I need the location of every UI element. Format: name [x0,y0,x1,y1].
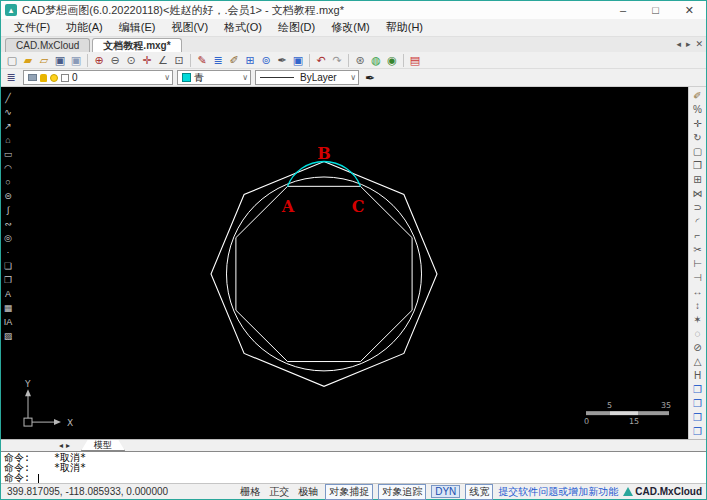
menu-draw[interactable]: 绘图(D) [271,19,322,36]
break-icon[interactable]: ⊣ [693,271,702,285]
globe-icon[interactable]: ◉ [384,53,400,68]
match-properties-icon[interactable]: % [693,103,702,117]
move-icon[interactable]: ✛ [693,117,701,131]
copy-icon[interactable]: ❐ [693,159,702,173]
find-icon[interactable]: ⊚ [258,53,274,68]
menu-edit[interactable]: 编辑(E) [112,19,163,36]
toggle-otrack[interactable]: 对象追踪 [378,484,426,500]
pedit-icon[interactable]: ◌ [695,327,701,341]
circle-entity[interactable] [227,177,422,371]
rectangle-icon[interactable]: ▭ [4,147,13,161]
vertex-label-c[interactable]: C [352,197,365,216]
toggle-ortho[interactable]: 正交 [267,485,291,499]
layer-isolate-icon[interactable]: ❐ [693,425,702,439]
ray-icon[interactable]: ↗ [4,119,12,133]
text-icon[interactable]: A [5,287,11,301]
close-button[interactable]: ✕ [685,4,694,17]
octagon-inner[interactable] [236,186,412,361]
group-icon[interactable]: ⊛ [352,53,368,68]
tab-document[interactable]: 文档教程.mxg* [92,38,181,52]
toggle-polar[interactable]: 极轴 [296,485,320,499]
layer-merge-icon[interactable]: ❐ [693,411,702,425]
menu-view[interactable]: 视图(V) [164,19,215,36]
maximize-button[interactable]: □ [652,4,659,17]
undo-icon[interactable]: ↶ [313,53,329,68]
minimize-button[interactable]: – [620,4,626,17]
layers-palette-icon[interactable]: ≣ [210,53,226,68]
measure-angle-icon[interactable]: ∠ [155,53,171,68]
color-select[interactable]: 青 ∨ [177,70,251,85]
layer-copy-icon[interactable]: ❐ [693,383,702,397]
hatch-icon[interactable]: ▨ [4,329,13,343]
divide-icon[interactable]: ⊘ [693,341,701,355]
menu-help[interactable]: 帮助(H) [379,19,430,36]
join-icon[interactable]: ↔ [693,285,703,299]
fillet-icon[interactable]: ◜ [696,215,700,229]
feedback-link[interactable]: 提交软件问题或增加新功能 [498,485,618,499]
cloud-save-icon[interactable]: ▣ [290,53,306,68]
vertex-label-b[interactable]: B [317,144,331,163]
pdf-export-icon[interactable]: ▤ [407,53,423,68]
zoom-extents-icon[interactable]: ⊙ [123,53,139,68]
web-icon[interactable]: ◍ [368,53,384,68]
linetype-select[interactable]: ByLayer ∨ [255,70,359,85]
toggle-grid[interactable]: 栅格 [238,485,262,499]
menu-modify[interactable]: 修改(M) [324,19,377,36]
mirror-icon[interactable]: ⋈ [693,187,703,201]
edit-pen-icon[interactable]: ✒ [274,53,290,68]
donut-icon[interactable]: ◎ [4,231,12,245]
new-file-icon[interactable]: ▢ [4,53,20,68]
match-brush-icon[interactable]: ✐ [226,53,242,68]
line-icon[interactable]: ╱ [5,91,10,105]
tab-next-icon[interactable]: ▸ [686,39,691,49]
open-file-icon[interactable]: ▰ [20,53,36,68]
spline-icon[interactable]: ∫ [7,203,9,217]
chamfer-icon[interactable]: ⌐ [695,229,701,243]
layer-manager-icon[interactable]: ≣ [3,71,19,84]
toggle-osnap[interactable]: 对象捕捉 [325,484,373,500]
zoom-window-icon[interactable]: ⊡ [171,53,187,68]
layer-select[interactable]: 0 ∨ [23,70,173,85]
drawing-canvas[interactable]: B A C Y X [15,87,688,439]
model-prev-icon[interactable]: ◂ [59,441,66,450]
ellipse-icon[interactable]: ⊜ [4,189,12,203]
scale-icon[interactable]: ▢ [693,145,702,159]
area-icon[interactable]: H [694,369,701,383]
toggle-dyn[interactable]: DYN [431,485,460,498]
insert-block-icon[interactable]: ❐ [4,273,12,287]
octagon-outer[interactable] [211,162,437,387]
layer-paste-icon[interactable]: ❐ [693,397,702,411]
draw-pen-icon[interactable]: ✎ [194,53,210,68]
arc-icon[interactable]: ◠ [4,161,12,175]
explode-icon[interactable]: ✶ [693,313,701,327]
polygon-icon[interactable]: ⌂ [5,133,10,147]
tab-prev-icon[interactable]: ◂ [676,39,681,49]
image-icon[interactable]: ▦ [4,301,13,315]
model-next-icon[interactable]: ▸ [66,441,73,450]
menu-format[interactable]: 格式(O) [217,19,269,36]
tab-model[interactable]: 模型 [81,440,125,451]
import-file-icon[interactable]: ▱ [36,53,52,68]
mtext-icon[interactable]: IA [4,315,13,329]
measure-icon[interactable]: △ [694,355,702,369]
redo-icon[interactable]: ↷ [329,53,345,68]
rotate-icon[interactable]: ↻ [693,131,701,145]
menu-file[interactable]: 文件(F) [7,19,57,36]
zoom-out-icon[interactable]: ⊖ [107,53,123,68]
point-icon[interactable]: · [7,245,10,259]
save-icon[interactable]: ▣ [52,53,68,68]
toggle-lineweight[interactable]: 线宽 [465,484,493,500]
pan-icon[interactable]: ✛ [139,53,155,68]
preview-icon[interactable]: ⊞ [242,53,258,68]
revcloud-icon[interactable]: ∾ [4,217,12,231]
vertex-label-a[interactable]: A [281,197,295,216]
block-icon[interactable]: ❏ [4,259,12,273]
command-input-line[interactable]: 命令: [4,473,703,483]
command-panel[interactable]: 命令: *取消*命令: *取消* 命令: [1,451,706,483]
extend-icon[interactable]: ⊢ [693,257,702,271]
stretch-icon[interactable]: ↕ [695,299,700,313]
zoom-in-icon[interactable]: ⊕ [91,53,107,68]
properties-icon[interactable]: ✐ [693,89,701,103]
menu-function[interactable]: 功能(A) [59,19,110,36]
array-icon[interactable]: ⊞ [693,173,701,187]
